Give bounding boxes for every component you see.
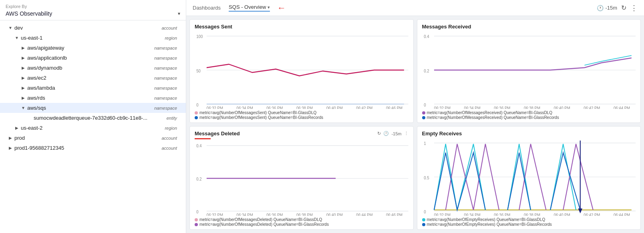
svg-text:06:44 PM: 06:44 PM [614,106,630,109]
chart-body: 100 50 0 06:32 PM 06:34 PM 06:36 PM 06:3… [195,31,409,109]
legend-item: metric=avg(NumberOfMessagesSent) QueueNa… [195,115,409,120]
sidebar-item-label: aws/sqs [27,105,46,111]
chart-header: Messages Deleted ↻ 🕐 -15m ⋮ [195,131,409,137]
sidebar-item-badge: namespace [154,76,177,80]
chevron-icon: ▼ [14,36,19,40]
sidebar-item-dev[interactable]: ▼ dev account [0,23,186,33]
legend-label: metric=avg(NumberOfMessagesReceived) Que… [427,115,559,120]
legend-label: metric=avg(NumberOfEmptyReceives) QueueN… [427,222,552,227]
more-icon[interactable]: ⋮ [630,4,638,12]
sidebar-item-us-east-1[interactable]: ▼ us-east-1 region [0,33,186,43]
chart-title: Messages Sent [195,24,232,30]
svg-text:06:34 PM: 06:34 PM [464,106,480,109]
chart-legends: metric=avg(NumberOfMessagesSent) QueueNa… [195,110,409,120]
sidebar-item-badge: namespace [154,56,177,60]
chart-body: 1 0.5 0 06:32 PM 06:34 PM 06:36 PM 06:38… [422,138,636,216]
sidebar-item-us-east-2[interactable]: ▶ us-east-2 region [0,123,186,133]
svg-text:06:32 PM: 06:32 PM [207,106,223,109]
topbar-left: Dashboards SQS - Overview ▾ ← [193,3,286,13]
sidebar-item-rds[interactable]: ▶ aws/rds namespace [0,93,186,103]
chevron-icon: ▶ [8,146,13,151]
sidebar-item-label: sumocwdeadletterqueue-7e332d60-cb9c-11e8… [34,115,147,121]
sidebar-item-prod1[interactable]: ▶ prod1-956882712345 account [0,143,186,153]
sidebar-item-dynamodb[interactable]: ▶ aws/dynamodb namespace [0,63,186,73]
chevron-down-icon[interactable]: ▾ [178,11,180,16]
sidebar-item-label: dev [14,25,23,31]
svg-text:06:32 PM: 06:32 PM [434,213,450,216]
sidebar-item-entity[interactable]: sumocwdeadletterqueue-7e332d60-cb9c-11e8… [0,113,186,123]
svg-text:06:46 PM: 06:46 PM [386,213,402,216]
sidebar-item-label: us-east-2 [21,125,42,131]
sidebar-item-badge: region [165,36,177,40]
svg-text:0.5: 0.5 [424,176,429,181]
svg-text:06:38 PM: 06:38 PM [296,213,313,216]
svg-text:06:38 PM: 06:38 PM [296,106,313,109]
svg-text:06:42 PM: 06:42 PM [356,106,372,109]
legend-dot [195,223,198,226]
svg-text:0: 0 [424,102,426,107]
svg-text:0: 0 [196,210,199,214]
chevron-icon: ▶ [14,126,19,131]
sidebar: Explore By AWS Observability ▾ ▼ dev acc… [0,0,186,233]
legend-item: metric=avg(NumberOfMessagesReceived) Que… [422,110,636,115]
sidebar-item-label: aws/ec2 [27,75,46,81]
sidebar-item-ec2[interactable]: ▶ aws/ec2 namespace [0,73,186,83]
chart-svg: 1 0.5 0 06:32 PM 06:34 PM 06:36 PM 06:38… [422,138,636,216]
svg-text:0.2: 0.2 [196,177,202,181]
refresh-icon[interactable]: ↻ [621,4,626,12]
time-selector[interactable]: 🕐 -15m [597,5,617,11]
sidebar-item-apigateway[interactable]: ▶ aws/apigateway namespace [0,43,186,53]
chart-header: Messages Sent [195,24,409,30]
svg-text:06:40 PM: 06:40 PM [326,213,343,216]
legend-label: metric=avg(NumberOfMessagesDeleted) Queu… [199,217,322,222]
svg-text:0.4: 0.4 [196,144,202,148]
sidebar-item-label: prod [14,135,25,141]
breadcrumb-current[interactable]: SQS - Overview ▾ [229,4,270,12]
chart-body: 0.4 0.2 0 06:32 PM 06:34 PM 06:36 PM 06:… [422,31,636,109]
legend-dot [195,218,198,221]
dropdown-chevron[interactable]: ▾ [268,5,270,10]
chart-legends: metric=avg(NumberOfMessagesReceived) Que… [422,110,636,120]
svg-text:06:44 PM: 06:44 PM [356,213,372,216]
sidebar-item-badge: region [165,126,177,131]
legend-dot [422,223,425,226]
svg-text:06:38 PM: 06:38 PM [523,213,540,216]
sidebar-item-badge: namespace [154,46,177,50]
explore-label: Explore By [6,4,180,9]
svg-text:06:44 PM: 06:44 PM [614,213,630,216]
sidebar-item-label: aws/apigateway [27,45,64,51]
sidebar-item-badge: namespace [154,86,177,90]
legend-item: metric=avg(NumberOfMessagesDeleted) Queu… [195,217,409,222]
chart-legends: metric=avg(NumberOfMessagesDeleted) Queu… [195,217,409,227]
chevron-icon: ▶ [21,56,26,60]
svg-text:06:32 PM: 06:32 PM [434,106,450,109]
svg-text:50: 50 [196,69,201,74]
topbar-right: 🕐 -15m ↻ ⋮ [597,4,638,12]
sidebar-item-label: aws/lambda [27,85,55,91]
svg-text:100: 100 [196,34,203,39]
svg-text:0.2: 0.2 [424,69,429,74]
sidebar-item-sqs[interactable]: ▼ aws/sqs namespace [0,103,186,113]
legend-dot [195,111,198,114]
chevron-icon [27,116,32,121]
sidebar-item-applicationlb[interactable]: ▶ aws/applicationlb namespace [0,53,186,63]
sidebar-item-prod[interactable]: ▶ prod account [0,133,186,143]
svg-text:1: 1 [424,141,426,146]
svg-text:06:42 PM: 06:42 PM [584,106,600,109]
legend-item: metric=avg(NumberOfMessagesSent) QueueNa… [195,110,409,115]
sidebar-item-badge: namespace [154,106,177,110]
sidebar-item-lambda[interactable]: ▶ aws/lambda namespace [0,83,186,93]
dashboard-grid: Messages Sent 100 50 0 06:32 PM 06:34 PM… [186,16,644,233]
svg-text:06:34 PM: 06:34 PM [237,106,253,109]
clock-icon: 🕐 [597,5,604,11]
sidebar-item-badge: account [161,26,177,30]
svg-text:06:34 PM: 06:34 PM [237,213,253,216]
chart-controls: ↻ 🕐 -15m ⋮ [377,131,408,136]
more-icon[interactable]: ⋮ [404,131,409,136]
chevron-icon: ▶ [21,46,26,50]
time-value: -15m [391,131,401,136]
breadcrumb-parent[interactable]: Dashboards [193,5,221,11]
refresh-icon[interactable]: ↻ [377,131,381,136]
sidebar-item-badge: namespace [154,66,177,70]
legend-dot [195,116,198,119]
